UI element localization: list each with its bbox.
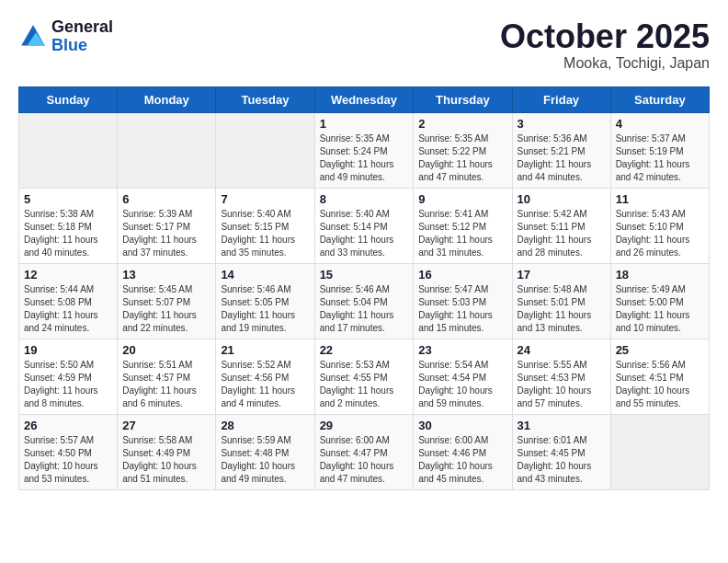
day-cell: 27Sunrise: 5:58 AM Sunset: 4:49 PM Dayli… [118, 414, 216, 489]
week-row-4: 19Sunrise: 5:50 AM Sunset: 4:59 PM Dayli… [19, 339, 710, 414]
weekday-header-thursday: Thursday [414, 86, 512, 112]
day-info: Sunrise: 5:59 AM Sunset: 4:48 PM Dayligh… [221, 434, 309, 486]
day-cell: 23Sunrise: 5:54 AM Sunset: 4:54 PM Dayli… [414, 339, 512, 414]
day-cell: 12Sunrise: 5:44 AM Sunset: 5:08 PM Dayli… [19, 263, 118, 339]
day-info: Sunrise: 5:38 AM Sunset: 5:18 PM Dayligh… [24, 208, 112, 259]
day-info: Sunrise: 5:57 AM Sunset: 4:50 PM Dayligh… [24, 434, 112, 486]
day-cell [118, 112, 216, 188]
day-number: 19 [24, 343, 112, 357]
month-title: October 2025 [500, 18, 710, 55]
day-number: 13 [122, 268, 210, 282]
day-number: 24 [518, 343, 606, 357]
day-number: 2 [418, 117, 506, 131]
day-number: 18 [616, 268, 704, 282]
day-number: 23 [418, 343, 506, 357]
day-number: 28 [221, 419, 309, 432]
week-row-1: 1Sunrise: 5:35 AM Sunset: 5:24 PM Daylig… [19, 112, 710, 188]
weekday-header-monday: Monday [118, 86, 216, 112]
day-info: Sunrise: 5:43 AM Sunset: 5:10 PM Dayligh… [616, 208, 704, 259]
day-cell: 7Sunrise: 5:40 AM Sunset: 5:15 PM Daylig… [216, 188, 314, 263]
day-info: Sunrise: 5:54 AM Sunset: 4:54 PM Dayligh… [418, 359, 506, 410]
day-cell: 25Sunrise: 5:56 AM Sunset: 4:51 PM Dayli… [610, 339, 709, 414]
weekday-header-wednesday: Wednesday [314, 86, 414, 112]
day-number: 11 [616, 192, 704, 206]
day-info: Sunrise: 5:42 AM Sunset: 5:11 PM Dayligh… [518, 208, 606, 259]
day-info: Sunrise: 6:01 AM Sunset: 4:45 PM Dayligh… [518, 434, 606, 486]
day-cell: 28Sunrise: 5:59 AM Sunset: 4:48 PM Dayli… [216, 414, 314, 489]
week-row-2: 5Sunrise: 5:38 AM Sunset: 5:18 PM Daylig… [19, 188, 710, 263]
logo: General Blue [18, 18, 113, 55]
day-cell: 11Sunrise: 5:43 AM Sunset: 5:10 PM Dayli… [610, 188, 709, 263]
day-number: 20 [122, 343, 210, 357]
day-cell: 5Sunrise: 5:38 AM Sunset: 5:18 PM Daylig… [19, 188, 118, 263]
day-number: 25 [616, 343, 704, 357]
day-info: Sunrise: 5:47 AM Sunset: 5:03 PM Dayligh… [418, 283, 506, 335]
day-cell: 22Sunrise: 5:53 AM Sunset: 4:55 PM Dayli… [314, 339, 414, 414]
day-info: Sunrise: 5:40 AM Sunset: 5:14 PM Dayligh… [320, 208, 409, 259]
day-info: Sunrise: 5:36 AM Sunset: 5:21 PM Dayligh… [518, 132, 606, 184]
day-number: 30 [418, 419, 506, 432]
location: Mooka, Tochigi, Japan [500, 55, 710, 72]
day-cell: 8Sunrise: 5:40 AM Sunset: 5:14 PM Daylig… [314, 188, 414, 263]
logo-line2: Blue [51, 36, 87, 54]
day-cell: 9Sunrise: 5:41 AM Sunset: 5:12 PM Daylig… [414, 188, 512, 263]
day-info: Sunrise: 6:00 AM Sunset: 4:47 PM Dayligh… [320, 434, 409, 486]
day-number: 6 [122, 192, 210, 206]
day-cell: 24Sunrise: 5:55 AM Sunset: 4:53 PM Dayli… [512, 339, 610, 414]
day-cell [216, 112, 314, 188]
day-cell: 4Sunrise: 5:37 AM Sunset: 5:19 PM Daylig… [610, 112, 709, 188]
day-cell: 1Sunrise: 5:35 AM Sunset: 5:24 PM Daylig… [314, 112, 414, 188]
day-number: 27 [122, 419, 210, 432]
weekday-header-row: SundayMondayTuesdayWednesdayThursdayFrid… [19, 86, 710, 112]
calendar-table: SundayMondayTuesdayWednesdayThursdayFrid… [18, 86, 710, 490]
day-cell: 29Sunrise: 6:00 AM Sunset: 4:47 PM Dayli… [314, 414, 414, 489]
day-info: Sunrise: 5:49 AM Sunset: 5:00 PM Dayligh… [616, 283, 704, 335]
day-number: 22 [320, 343, 409, 357]
day-info: Sunrise: 6:00 AM Sunset: 4:46 PM Dayligh… [418, 434, 506, 486]
day-cell: 14Sunrise: 5:46 AM Sunset: 5:05 PM Dayli… [216, 263, 314, 339]
day-info: Sunrise: 5:46 AM Sunset: 5:05 PM Dayligh… [221, 283, 309, 335]
day-info: Sunrise: 5:51 AM Sunset: 4:57 PM Dayligh… [122, 359, 210, 410]
day-info: Sunrise: 5:35 AM Sunset: 5:24 PM Dayligh… [320, 132, 409, 184]
weekday-header-sunday: Sunday [19, 86, 118, 112]
day-cell [19, 112, 118, 188]
day-number: 1 [320, 117, 409, 131]
day-cell: 26Sunrise: 5:57 AM Sunset: 4:50 PM Dayli… [19, 414, 118, 489]
day-cell: 21Sunrise: 5:52 AM Sunset: 4:56 PM Dayli… [216, 339, 314, 414]
day-cell: 18Sunrise: 5:49 AM Sunset: 5:00 PM Dayli… [610, 263, 709, 339]
day-number: 12 [24, 268, 112, 282]
day-number: 14 [221, 268, 309, 282]
day-cell: 3Sunrise: 5:36 AM Sunset: 5:21 PM Daylig… [512, 112, 610, 188]
day-number: 21 [221, 343, 309, 357]
day-number: 5 [24, 192, 112, 206]
day-number: 26 [24, 419, 112, 432]
day-cell: 10Sunrise: 5:42 AM Sunset: 5:11 PM Dayli… [512, 188, 610, 263]
weekday-header-saturday: Saturday [610, 86, 709, 112]
weekday-header-tuesday: Tuesday [216, 86, 314, 112]
day-info: Sunrise: 5:48 AM Sunset: 5:01 PM Dayligh… [518, 283, 606, 335]
day-info: Sunrise: 5:44 AM Sunset: 5:08 PM Dayligh… [24, 283, 112, 335]
day-info: Sunrise: 5:58 AM Sunset: 4:49 PM Dayligh… [122, 434, 210, 486]
day-cell: 30Sunrise: 6:00 AM Sunset: 4:46 PM Dayli… [414, 414, 512, 489]
title-block: October 2025 Mooka, Tochigi, Japan [500, 18, 710, 72]
day-info: Sunrise: 5:41 AM Sunset: 5:12 PM Dayligh… [418, 208, 506, 259]
week-row-5: 26Sunrise: 5:57 AM Sunset: 4:50 PM Dayli… [19, 414, 710, 489]
day-info: Sunrise: 5:37 AM Sunset: 5:19 PM Dayligh… [616, 132, 704, 184]
day-info: Sunrise: 5:56 AM Sunset: 4:51 PM Dayligh… [616, 359, 704, 410]
day-number: 3 [518, 117, 606, 131]
weekday-header-friday: Friday [512, 86, 610, 112]
day-info: Sunrise: 5:50 AM Sunset: 4:59 PM Dayligh… [24, 359, 112, 410]
day-cell: 31Sunrise: 6:01 AM Sunset: 4:45 PM Dayli… [512, 414, 610, 489]
day-info: Sunrise: 5:35 AM Sunset: 5:22 PM Dayligh… [418, 132, 506, 184]
logo-line1: General [51, 17, 113, 36]
day-info: Sunrise: 5:40 AM Sunset: 5:15 PM Dayligh… [221, 208, 309, 259]
day-number: 31 [518, 419, 606, 432]
day-number: 4 [616, 117, 704, 131]
day-cell: 2Sunrise: 5:35 AM Sunset: 5:22 PM Daylig… [414, 112, 512, 188]
day-number: 8 [320, 192, 409, 206]
day-cell: 20Sunrise: 5:51 AM Sunset: 4:57 PM Dayli… [118, 339, 216, 414]
day-cell: 17Sunrise: 5:48 AM Sunset: 5:01 PM Dayli… [512, 263, 610, 339]
day-number: 10 [518, 192, 606, 206]
day-number: 7 [221, 192, 309, 206]
day-number: 16 [418, 268, 506, 282]
